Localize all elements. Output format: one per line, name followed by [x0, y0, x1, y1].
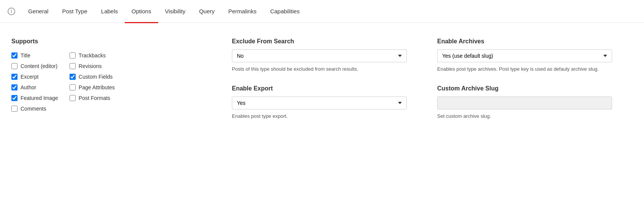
- checkbox-col-2: Trackbacks Revisions Custom Fields Page …: [70, 52, 115, 112]
- checkbox-post-formats-label: Post Formats: [79, 95, 110, 101]
- checkbox-trackbacks-label: Trackbacks: [79, 52, 106, 59]
- checkbox-title-label: Title: [21, 52, 30, 59]
- right-section: Enable Archives Yes (use default slug) N…: [430, 38, 633, 132]
- enable-archives-desc: Enables post type archives. Post type ke…: [437, 65, 604, 73]
- tab-capabilities[interactable]: Capabilities: [263, 0, 307, 23]
- checkbox-revisions-input[interactable]: [70, 63, 76, 69]
- tab-query[interactable]: Query: [192, 0, 222, 23]
- checkbox-content-label: Content (editor): [21, 63, 57, 69]
- nav-bar: i General Post Type Labels Options Visib…: [0, 0, 644, 23]
- checkbox-trackbacks-input[interactable]: [70, 52, 76, 59]
- custom-archive-slug-desc: Set custom archive slug.: [437, 112, 604, 120]
- main-content: Supports Title Content (editor) Excerpt …: [0, 23, 644, 143]
- custom-archive-slug-block: Custom Archive Slug Set custom archive s…: [437, 85, 625, 120]
- checkbox-comments-input[interactable]: [11, 106, 17, 112]
- checkbox-custom-fields-input[interactable]: [70, 74, 76, 80]
- tab-general[interactable]: General: [21, 0, 55, 23]
- checkbox-featured-image-label: Featured Image: [21, 95, 58, 101]
- supports-title: Supports: [11, 38, 217, 45]
- checkbox-custom-fields-label: Custom Fields: [79, 74, 113, 80]
- enable-export-select[interactable]: Yes No: [232, 97, 407, 109]
- enable-export-block: Enable Export Yes No Enables post type e…: [232, 85, 414, 120]
- checkbox-title-input[interactable]: [11, 52, 17, 59]
- tab-options[interactable]: Options: [125, 0, 158, 23]
- checkbox-col-1: Title Content (editor) Excerpt Author Fe…: [11, 52, 58, 112]
- info-icon[interactable]: i: [8, 8, 15, 15]
- checkbox-custom-fields[interactable]: Custom Fields: [70, 74, 115, 80]
- checkbox-author-input[interactable]: [11, 84, 17, 90]
- enable-archives-select[interactable]: Yes (use default slug) No: [437, 49, 612, 62]
- checkboxes-row: Title Content (editor) Excerpt Author Fe…: [11, 52, 217, 112]
- checkbox-trackbacks[interactable]: Trackbacks: [70, 52, 115, 59]
- checkbox-excerpt-label: Excerpt: [21, 74, 38, 80]
- checkbox-page-attributes-input[interactable]: [70, 84, 76, 90]
- exclude-from-search-block: Exclude From Search No Yes Posts of this…: [232, 38, 414, 73]
- checkbox-excerpt[interactable]: Excerpt: [11, 74, 58, 80]
- checkbox-revisions[interactable]: Revisions: [70, 63, 115, 69]
- enable-archives-title: Enable Archives: [437, 38, 625, 45]
- checkbox-revisions-label: Revisions: [79, 63, 102, 69]
- custom-archive-slug-input[interactable]: [437, 97, 612, 109]
- checkbox-comments[interactable]: Comments: [11, 106, 58, 112]
- middle-section: Exclude From Search No Yes Posts of this…: [217, 38, 430, 132]
- checkbox-title[interactable]: Title: [11, 52, 58, 59]
- tab-labels[interactable]: Labels: [94, 0, 125, 23]
- checkbox-author-label: Author: [21, 84, 36, 90]
- exclude-from-search-desc: Posts of this type should be excluded fr…: [232, 65, 399, 73]
- tab-visibility[interactable]: Visibility: [158, 0, 192, 23]
- custom-archive-slug-title: Custom Archive Slug: [437, 85, 625, 92]
- checkbox-post-formats-input[interactable]: [70, 95, 76, 101]
- exclude-from-search-title: Exclude From Search: [232, 38, 414, 45]
- checkbox-page-attributes[interactable]: Page Attributes: [70, 84, 115, 90]
- checkbox-featured-image-input[interactable]: [11, 95, 17, 101]
- checkbox-content[interactable]: Content (editor): [11, 63, 58, 69]
- enable-archives-block: Enable Archives Yes (use default slug) N…: [437, 38, 625, 73]
- checkbox-content-input[interactable]: [11, 63, 17, 69]
- enable-export-desc: Enables post type export.: [232, 112, 399, 120]
- exclude-from-search-select[interactable]: No Yes: [232, 49, 407, 62]
- enable-export-title: Enable Export: [232, 85, 414, 92]
- supports-section: Supports Title Content (editor) Excerpt …: [11, 38, 217, 132]
- checkbox-excerpt-input[interactable]: [11, 74, 17, 80]
- tab-permalinks[interactable]: Permalinks: [221, 0, 263, 23]
- checkbox-author[interactable]: Author: [11, 84, 58, 90]
- checkbox-featured-image[interactable]: Featured Image: [11, 95, 58, 101]
- tab-post-type[interactable]: Post Type: [55, 0, 94, 23]
- checkbox-comments-label: Comments: [21, 106, 46, 112]
- checkbox-page-attributes-label: Page Attributes: [79, 84, 115, 90]
- checkbox-post-formats[interactable]: Post Formats: [70, 95, 115, 101]
